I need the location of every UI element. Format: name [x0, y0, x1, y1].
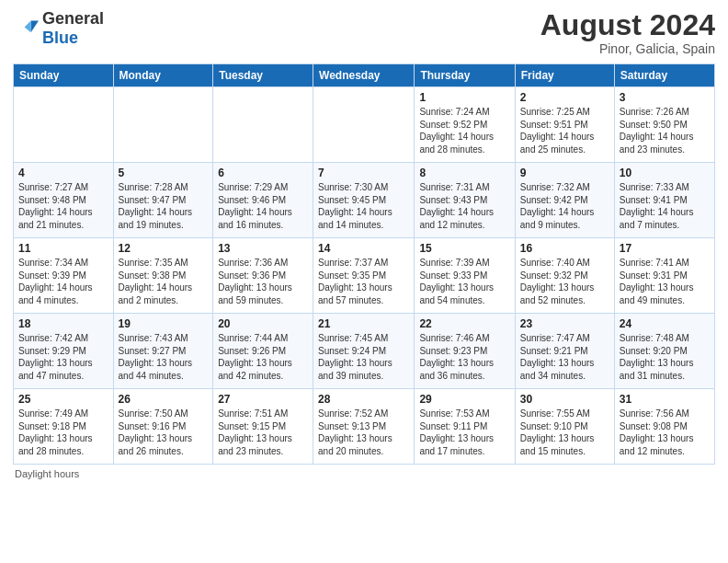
calendar-day-header: Sunday [14, 64, 114, 87]
location: Pinor, Galicia, Spain [540, 41, 715, 56]
calendar-cell [113, 87, 213, 163]
day-info: Sunrise: 7:41 AM Sunset: 9:31 PM Dayligh… [620, 257, 710, 306]
calendar-cell: 14Sunrise: 7:37 AM Sunset: 9:35 PM Dayli… [313, 238, 415, 314]
day-number: 3 [620, 91, 710, 104]
calendar-cell: 12Sunrise: 7:35 AM Sunset: 9:38 PM Dayli… [113, 238, 213, 314]
day-info: Sunrise: 7:37 AM Sunset: 9:35 PM Dayligh… [318, 257, 409, 306]
day-number: 19 [119, 317, 209, 330]
day-number: 28 [318, 393, 409, 406]
day-number: 7 [318, 167, 409, 179]
calendar-cell: 23Sunrise: 7:47 AM Sunset: 9:21 PM Dayli… [515, 314, 614, 389]
day-number: 16 [520, 242, 609, 255]
calendar-cell: 28Sunrise: 7:52 AM Sunset: 9:13 PM Dayli… [313, 389, 415, 465]
calendar-cell: 2Sunrise: 7:25 AM Sunset: 9:51 PM Daylig… [515, 87, 614, 163]
day-number: 2 [520, 91, 609, 104]
day-number: 20 [218, 317, 308, 330]
day-number: 24 [620, 317, 710, 330]
day-number: 23 [520, 317, 609, 330]
day-info: Sunrise: 7:45 AM Sunset: 9:24 PM Dayligh… [318, 332, 409, 382]
calendar-cell: 16Sunrise: 7:40 AM Sunset: 9:32 PM Dayli… [515, 238, 614, 314]
calendar-cell: 19Sunrise: 7:43 AM Sunset: 9:27 PM Dayli… [113, 314, 213, 389]
day-number: 15 [419, 242, 509, 255]
page-header: General Blue August 2024 Pinor, Galicia,… [13, 9, 715, 56]
calendar-cell: 21Sunrise: 7:45 AM Sunset: 9:24 PM Dayli… [313, 314, 415, 389]
day-number: 26 [119, 393, 209, 406]
calendar-cell: 6Sunrise: 7:29 AM Sunset: 9:46 PM Daylig… [213, 163, 313, 238]
calendar-day-header: Wednesday [313, 64, 415, 87]
calendar-day-header: Thursday [415, 64, 515, 87]
month-year: August 2024 [540, 9, 715, 41]
day-number: 4 [18, 167, 108, 179]
day-info: Sunrise: 7:50 AM Sunset: 9:16 PM Dayligh… [119, 408, 209, 457]
calendar-cell: 10Sunrise: 7:33 AM Sunset: 9:41 PM Dayli… [614, 163, 714, 238]
calendar-cell: 30Sunrise: 7:55 AM Sunset: 9:10 PM Dayli… [515, 389, 614, 465]
page-container: General Blue August 2024 Pinor, Galicia,… [0, 0, 728, 488]
calendar-cell: 17Sunrise: 7:41 AM Sunset: 9:31 PM Dayli… [614, 238, 714, 314]
calendar-cell: 18Sunrise: 7:42 AM Sunset: 9:29 PM Dayli… [14, 314, 114, 389]
day-number: 18 [18, 317, 108, 330]
day-info: Sunrise: 7:30 AM Sunset: 9:45 PM Dayligh… [318, 181, 409, 231]
calendar-cell: 4Sunrise: 7:27 AM Sunset: 9:48 PM Daylig… [14, 163, 114, 238]
calendar-week-row: 1Sunrise: 7:24 AM Sunset: 9:52 PM Daylig… [14, 87, 715, 163]
day-info: Sunrise: 7:27 AM Sunset: 9:48 PM Dayligh… [18, 181, 108, 231]
day-number: 1 [419, 91, 509, 104]
calendar-cell: 31Sunrise: 7:56 AM Sunset: 9:08 PM Dayli… [614, 389, 714, 465]
logo: General Blue [13, 9, 104, 48]
day-number: 14 [318, 242, 409, 255]
day-info: Sunrise: 7:33 AM Sunset: 9:41 PM Dayligh… [620, 181, 710, 231]
calendar-cell: 5Sunrise: 7:28 AM Sunset: 9:47 PM Daylig… [113, 163, 213, 238]
footer-note: Daylight hours [13, 468, 715, 479]
calendar-week-row: 4Sunrise: 7:27 AM Sunset: 9:48 PM Daylig… [14, 163, 715, 238]
day-number: 11 [18, 242, 108, 255]
day-info: Sunrise: 7:24 AM Sunset: 9:52 PM Dayligh… [419, 106, 509, 155]
calendar-cell: 15Sunrise: 7:39 AM Sunset: 9:33 PM Dayli… [415, 238, 515, 314]
calendar-day-header: Saturday [614, 64, 714, 87]
day-number: 21 [318, 317, 409, 330]
calendar-day-header: Tuesday [213, 64, 313, 87]
day-info: Sunrise: 7:25 AM Sunset: 9:51 PM Dayligh… [520, 106, 609, 155]
calendar-cell: 24Sunrise: 7:48 AM Sunset: 9:20 PM Dayli… [614, 314, 714, 389]
calendar-cell: 7Sunrise: 7:30 AM Sunset: 9:45 PM Daylig… [313, 163, 415, 238]
calendar-cell: 20Sunrise: 7:44 AM Sunset: 9:26 PM Dayli… [213, 314, 313, 389]
calendar-cell [14, 87, 114, 163]
day-info: Sunrise: 7:48 AM Sunset: 9:20 PM Dayligh… [620, 332, 710, 382]
calendar-cell: 11Sunrise: 7:34 AM Sunset: 9:39 PM Dayli… [14, 238, 114, 314]
calendar-week-row: 25Sunrise: 7:49 AM Sunset: 9:18 PM Dayli… [14, 389, 715, 465]
day-info: Sunrise: 7:34 AM Sunset: 9:39 PM Dayligh… [18, 257, 108, 306]
day-number: 9 [520, 167, 609, 179]
calendar-cell: 22Sunrise: 7:46 AM Sunset: 9:23 PM Dayli… [415, 314, 515, 389]
day-number: 25 [18, 393, 108, 406]
day-number: 10 [620, 167, 710, 179]
day-info: Sunrise: 7:31 AM Sunset: 9:43 PM Dayligh… [419, 181, 509, 231]
day-info: Sunrise: 7:44 AM Sunset: 9:26 PM Dayligh… [218, 332, 308, 382]
day-number: 22 [419, 317, 509, 330]
day-info: Sunrise: 7:29 AM Sunset: 9:46 PM Dayligh… [218, 181, 308, 231]
day-number: 27 [218, 393, 308, 406]
day-info: Sunrise: 7:49 AM Sunset: 9:18 PM Dayligh… [18, 408, 108, 457]
svg-marker-0 [31, 21, 39, 33]
day-info: Sunrise: 7:36 AM Sunset: 9:36 PM Dayligh… [218, 257, 308, 306]
day-number: 31 [620, 393, 710, 406]
day-info: Sunrise: 7:32 AM Sunset: 9:42 PM Dayligh… [520, 181, 609, 231]
svg-marker-1 [25, 21, 31, 33]
day-number: 6 [218, 167, 308, 179]
day-number: 29 [419, 393, 509, 406]
day-info: Sunrise: 7:39 AM Sunset: 9:33 PM Dayligh… [419, 257, 509, 306]
day-number: 17 [620, 242, 710, 255]
calendar-cell [313, 87, 415, 163]
calendar-cell: 29Sunrise: 7:53 AM Sunset: 9:11 PM Dayli… [415, 389, 515, 465]
calendar-week-row: 18Sunrise: 7:42 AM Sunset: 9:29 PM Dayli… [14, 314, 715, 389]
logo-text: General Blue [42, 9, 104, 48]
day-info: Sunrise: 7:56 AM Sunset: 9:08 PM Dayligh… [620, 408, 710, 457]
day-info: Sunrise: 7:28 AM Sunset: 9:47 PM Dayligh… [119, 181, 209, 231]
calendar-cell: 3Sunrise: 7:26 AM Sunset: 9:50 PM Daylig… [614, 87, 714, 163]
day-info: Sunrise: 7:47 AM Sunset: 9:21 PM Dayligh… [520, 332, 609, 382]
day-info: Sunrise: 7:55 AM Sunset: 9:10 PM Dayligh… [520, 408, 609, 457]
day-info: Sunrise: 7:42 AM Sunset: 9:29 PM Dayligh… [18, 332, 108, 382]
calendar-cell: 25Sunrise: 7:49 AM Sunset: 9:18 PM Dayli… [14, 389, 114, 465]
calendar-cell: 26Sunrise: 7:50 AM Sunset: 9:16 PM Dayli… [113, 389, 213, 465]
day-number: 12 [119, 242, 209, 255]
calendar-cell: 9Sunrise: 7:32 AM Sunset: 9:42 PM Daylig… [515, 163, 614, 238]
calendar-week-row: 11Sunrise: 7:34 AM Sunset: 9:39 PM Dayli… [14, 238, 715, 314]
day-info: Sunrise: 7:43 AM Sunset: 9:27 PM Dayligh… [119, 332, 209, 382]
